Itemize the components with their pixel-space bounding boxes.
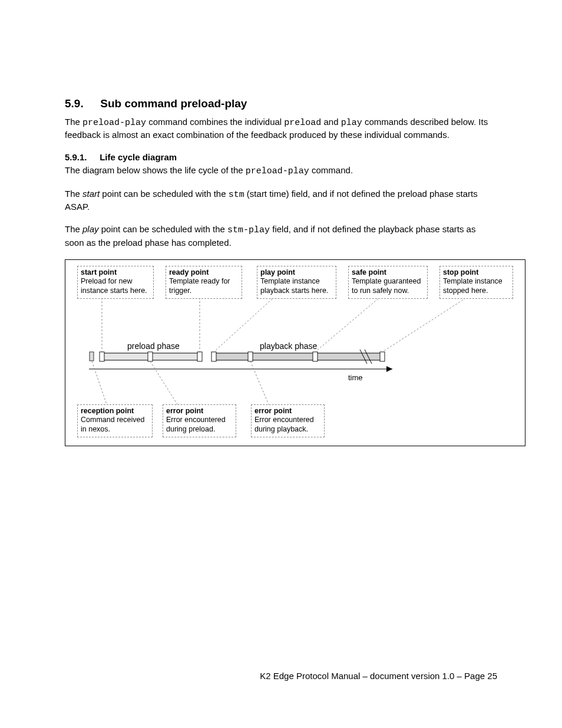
paragraph-start-point: The start point can be scheduled with th… xyxy=(65,188,497,213)
svg-line-19 xyxy=(92,361,107,404)
box-start-point: start pointPreload for new instance star… xyxy=(77,266,154,299)
page-footer: K2 Edge Protocol Manual – document versi… xyxy=(0,671,497,681)
box-error-playback: error pointError encountered during play… xyxy=(251,404,325,437)
svg-rect-13 xyxy=(380,352,385,361)
box-error-preload: error pointError encountered during prel… xyxy=(163,404,236,437)
label-time-axis: time xyxy=(348,373,363,382)
section-title: Sub command preload-play xyxy=(100,97,247,110)
code-play: play xyxy=(341,118,362,128)
section-heading: 5.9. Sub command preload-play xyxy=(65,97,497,110)
code-preload: preload xyxy=(284,118,321,128)
section-number: 5.9. xyxy=(65,97,97,110)
box-safe-point: safe pointTemplate guaranteed to run saf… xyxy=(348,266,428,299)
svg-rect-10 xyxy=(313,352,318,361)
svg-rect-7 xyxy=(213,353,384,360)
subsection-heading: 5.9.1. Life cycle diagram xyxy=(65,152,497,162)
svg-line-17 xyxy=(315,294,384,352)
svg-rect-2 xyxy=(90,352,94,361)
label-preload-phase: preload phase xyxy=(127,341,180,351)
label-playback-phase: playback phase xyxy=(260,341,317,351)
code-preload-play: preload-play xyxy=(82,118,146,128)
svg-rect-9 xyxy=(248,352,253,361)
box-ready-point: ready pointTemplate ready for trigger. xyxy=(166,266,242,299)
svg-rect-4 xyxy=(100,352,104,361)
code-stm: stm xyxy=(229,190,244,200)
subsection-number: 5.9.1. xyxy=(65,152,97,162)
lifecycle-diagram: start pointPreload for new instance star… xyxy=(65,259,525,446)
paragraph-diagram-intro: The diagram below shows the life cycle o… xyxy=(65,164,497,177)
paragraph-play-point: The play point can be scheduled with the… xyxy=(65,223,497,249)
box-stop-point: stop pointTemplate instance stopped here… xyxy=(439,266,513,299)
svg-line-18 xyxy=(382,294,472,352)
svg-rect-5 xyxy=(148,352,153,361)
paragraph-intro: The preload-play command combines the in… xyxy=(65,116,497,141)
subsection-title: Life cycle diagram xyxy=(100,152,177,162)
code-preload-play-2: preload-play xyxy=(246,166,309,176)
box-play-point: play pointTemplate instance playback sta… xyxy=(257,266,336,299)
code-stm-play: stm-play xyxy=(227,225,270,235)
svg-marker-1 xyxy=(386,366,392,372)
box-reception-point: reception pointCommand received in nexos… xyxy=(77,404,153,437)
svg-rect-6 xyxy=(197,352,202,361)
svg-line-21 xyxy=(250,361,269,404)
svg-line-20 xyxy=(150,361,177,404)
svg-rect-8 xyxy=(211,352,216,361)
